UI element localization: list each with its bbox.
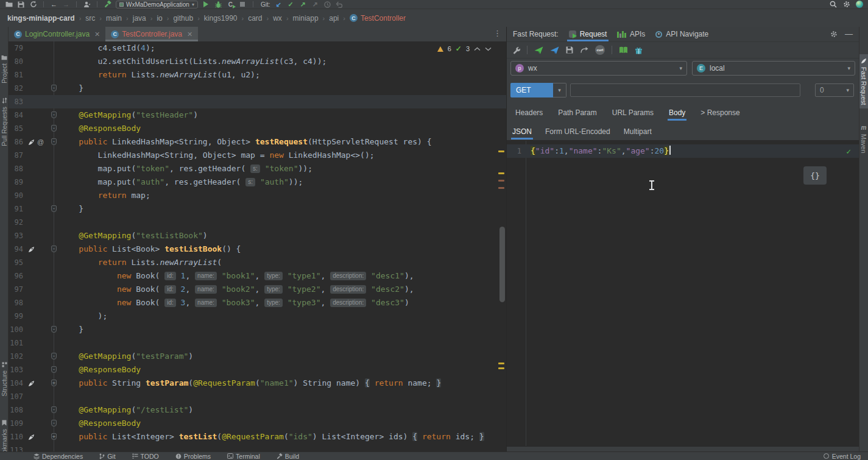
- statusbar-item-git-branch[interactable]: Git: [99, 453, 115, 460]
- rtab-headers[interactable]: Headers: [515, 104, 543, 122]
- url-input[interactable]: [570, 83, 800, 97]
- search-icon[interactable]: [829, 1, 837, 9]
- fold-marker[interactable]: -: [51, 326, 57, 333]
- inspections-widget[interactable]: 6 ✓ 3: [437, 44, 492, 53]
- tab-testcontroller[interactable]: C TestController.java ✕: [105, 27, 198, 41]
- change-marker[interactable]: [498, 150, 504, 152]
- json-body-editor[interactable]: 1 {"id":1,"name":"Ks","age":20} ✓ {}: [507, 140, 859, 447]
- code-line[interactable]: 85- @ResponseBody: [9, 122, 506, 135]
- save-config-icon[interactable]: [566, 46, 573, 54]
- breadcrumb-item[interactable]: api: [329, 14, 339, 23]
- method-select[interactable]: GET: [510, 83, 553, 97]
- breadcrumb-item[interactable]: kings-miniapp-card: [7, 14, 75, 23]
- environment-select[interactable]: E local ▾: [692, 61, 855, 76]
- code-line[interactable]: 79 c4.setId(4);: [9, 41, 506, 55]
- code-line[interactable]: 84- @GetMapping("testHeader"): [9, 108, 506, 122]
- code-line[interactable]: 86@- public LinkedHashMap<String, Object…: [9, 135, 506, 149]
- fold-marker[interactable]: +: [51, 380, 57, 386]
- breadcrumb-item[interactable]: miniapp: [293, 14, 319, 23]
- code-line[interactable]: 88 map.put("token", res.getHeader( s: "t…: [9, 162, 506, 175]
- gift-icon[interactable]: [635, 46, 643, 54]
- btab-json[interactable]: JSON: [512, 123, 532, 140]
- code-line[interactable]: 93 @GetMapping("testListBook"): [9, 229, 506, 242]
- fold-marker[interactable]: -: [51, 125, 57, 132]
- panel-settings-gear-icon[interactable]: [830, 30, 838, 38]
- tab-request[interactable]: Request: [569, 27, 607, 41]
- statusbar-item-todo[interactable]: TODO: [132, 453, 159, 460]
- fold-marker[interactable]: -: [51, 246, 57, 252]
- method-select-arrow[interactable]: ▾: [553, 83, 566, 97]
- code-line[interactable]: 89 map.put("auth", res.getHeader( s: "au…: [9, 175, 506, 189]
- history-icon[interactable]: [323, 1, 331, 9]
- statusbar-item-dependencies[interactable]: Dependencies: [34, 453, 83, 460]
- hide-panel-icon[interactable]: —: [845, 31, 853, 37]
- change-marker[interactable]: [498, 180, 504, 182]
- project-select[interactable]: p wx ▾: [510, 61, 687, 76]
- change-marker[interactable]: [498, 367, 504, 369]
- fold-marker[interactable]: -: [51, 138, 57, 145]
- statusbar-item-problems[interactable]: Problems: [175, 453, 211, 460]
- tab-api-navigate[interactable]: API Navigate: [655, 27, 708, 41]
- tab-options-kebab-icon[interactable]: ⋮: [493, 29, 501, 38]
- user-icon[interactable]: [83, 1, 91, 9]
- close-icon[interactable]: ✕: [94, 30, 100, 38]
- sync-icon[interactable]: [29, 1, 37, 9]
- run-api-rocket-icon[interactable]: [28, 246, 35, 253]
- sidebar-item-maven[interactable]: m Maven: [859, 124, 868, 154]
- breadcrumb-item[interactable]: java: [133, 14, 146, 23]
- code-line[interactable]: 95 return Lists.newArrayList(: [9, 256, 506, 269]
- code-line[interactable]: 109- @ResponseBody: [9, 417, 506, 430]
- sidebar-item-fast-request[interactable]: Fast Request: [859, 54, 868, 108]
- fold-marker[interactable]: -: [51, 205, 57, 212]
- tab-logincontroller[interactable]: C LoginController.java ✕: [9, 27, 105, 41]
- sidebar-item-pull-requests[interactable]: Pull Requests: [0, 97, 9, 146]
- tab-apis[interactable]: APIs: [617, 27, 645, 41]
- code-line[interactable]: 83: [9, 95, 506, 108]
- close-icon[interactable]: ✕: [187, 30, 192, 38]
- breadcrumb-item[interactable]: github: [173, 14, 193, 23]
- change-marker[interactable]: [498, 363, 504, 364]
- run-configuration-select[interactable]: WxMaDemoApplication ▾: [116, 1, 198, 9]
- git-push-icon[interactable]: ↗: [299, 1, 307, 9]
- code-line[interactable]: 92: [9, 216, 506, 229]
- run-api-rocket-icon[interactable]: [28, 434, 35, 441]
- format-json-button[interactable]: {}: [803, 166, 827, 185]
- code-line[interactable]: 113: [9, 444, 506, 451]
- code-line[interactable]: 82- }: [9, 82, 506, 95]
- next-warning-chevron-icon[interactable]: [485, 47, 492, 51]
- profile-sphere-icon[interactable]: [856, 1, 863, 8]
- save-icon[interactable]: [17, 1, 25, 9]
- btab-multipart[interactable]: Multipart: [624, 123, 652, 140]
- fold-marker[interactable]: -: [51, 353, 57, 359]
- fold-marker[interactable]: -: [51, 111, 57, 118]
- statusbar-item-terminal[interactable]: Terminal: [227, 453, 260, 460]
- breadcrumb-item[interactable]: main: [106, 14, 122, 23]
- rollback-icon[interactable]: [336, 1, 344, 9]
- breadcrumb-item[interactable]: card: [248, 14, 262, 23]
- change-marker[interactable]: [498, 172, 504, 174]
- code-line[interactable]: 99 );: [9, 310, 506, 323]
- wrench-icon[interactable]: [512, 46, 520, 54]
- sidebar-item-structure[interactable]: Structure: [0, 362, 9, 397]
- btab-form-url-encoded[interactable]: Form URL-Encoded: [545, 123, 610, 140]
- rtab-response[interactable]: > Response: [700, 104, 739, 122]
- git-update-icon[interactable]: ↙: [275, 1, 283, 9]
- code-line[interactable]: 91- }: [9, 202, 506, 216]
- debug-icon[interactable]: [214, 1, 222, 9]
- rtab-url-params[interactable]: URL Params: [612, 104, 654, 122]
- rtab-path-param[interactable]: Path Param: [558, 104, 596, 122]
- code-line[interactable]: 97 new Book( id: 2, name: "book2", type:…: [9, 283, 506, 296]
- fold-marker[interactable]: -: [51, 406, 57, 413]
- code-line[interactable]: 100- }: [9, 323, 506, 336]
- code-line[interactable]: 90 return map;: [9, 189, 506, 202]
- fold-marker[interactable]: +: [51, 433, 57, 440]
- redo-icon[interactable]: [580, 46, 588, 54]
- count-select[interactable]: 0 ▾: [815, 83, 854, 97]
- build-icon[interactable]: [104, 1, 111, 9]
- stop-icon[interactable]: [239, 1, 247, 9]
- run-api-rocket-icon[interactable]: [28, 139, 35, 146]
- run-api-rocket-icon[interactable]: [28, 380, 35, 387]
- json-body-text[interactable]: {"id":1,"name":"Ks","age":20}: [531, 144, 671, 158]
- code-editor[interactable]: 79 c4.setId(4);80 u2.setChildUserList(Li…: [9, 41, 506, 451]
- git-commit-icon[interactable]: ✓: [287, 1, 295, 9]
